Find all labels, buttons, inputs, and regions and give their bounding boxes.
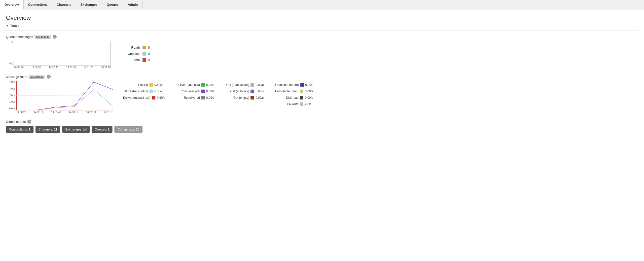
- consumers-value: 10: [136, 128, 139, 131]
- mr-x-2: 14:30:30: [34, 111, 44, 114]
- global-counts-text: Global counts: [6, 120, 26, 124]
- qm-x-2: 14:30:30: [31, 66, 41, 69]
- mr-x-4: 14:30:50: [69, 111, 78, 114]
- nav-bar: Overview Connections Channels Exchanges …: [0, 0, 644, 9]
- total-value: 0: [148, 58, 150, 62]
- unacked-value: 0: [148, 52, 150, 56]
- queued-messages-canvas: [14, 41, 111, 65]
- rates-help-icon[interactable]: ?: [47, 75, 51, 79]
- rl-get-empty: Get (empty) 0.00/s: [224, 96, 264, 99]
- get-auto-color: [250, 90, 254, 93]
- mr-y-4: 4.0 /s: [6, 81, 16, 83]
- deliver-auto-value: 0.00/s: [206, 83, 214, 87]
- rl-consumer-ack: Consumer ack 0.60/s: [175, 90, 214, 93]
- tab-connections[interactable]: Connections: [24, 0, 52, 9]
- rates-col-3: Get (manual ack) 0.00/s Get (auto ack) 0…: [224, 83, 264, 106]
- mr-x-5: 14:31:00: [86, 111, 96, 114]
- deliver-auto-color: [201, 83, 205, 87]
- global-counts-help-icon[interactable]: ?: [27, 120, 31, 124]
- legend-total-label: Total: [121, 58, 140, 62]
- redelivered-value: 0.00/s: [206, 96, 214, 99]
- unroutable-return-value: 0.00/s: [305, 83, 314, 87]
- mr-y-0: 0.0 /s: [6, 107, 16, 110]
- connections-label: Connections:: [9, 128, 29, 131]
- qm-x-labels: 14:30:20 14:30:30 14:30:40 14:30:50 14:3…: [14, 66, 111, 69]
- legend-unacked-label: Unacked: [121, 52, 140, 56]
- exchanges-value: 14: [83, 128, 87, 131]
- rl-get-empty-label: Get (empty): [224, 96, 249, 99]
- legend-ready: Ready 0: [121, 46, 150, 49]
- message-rates-text: Message rates: [6, 75, 27, 79]
- unacked-color-box: [142, 52, 146, 56]
- unroutable-return-color: [300, 83, 304, 87]
- qm-y-top: 1.0: [6, 41, 13, 43]
- qm-x-3: 14:30:40: [49, 66, 58, 69]
- rl-pub-confirm-label: Publisher confirm: [123, 90, 148, 93]
- rl-disk-read-label: Disk read: [274, 96, 298, 99]
- message-rates-chart-row: 4.0 /s 3.0 /s 2.0 /s 1.0 /s 0.0 /s 14:30…: [6, 81, 638, 114]
- connections-badge[interactable]: Connections: 1: [6, 126, 34, 133]
- tab-queues[interactable]: Queues: [102, 0, 124, 9]
- rl-disk-read: Disk read 0.00/s: [274, 96, 313, 99]
- disk-read-value: 0.00/s: [305, 96, 313, 99]
- qm-x-4: 14:30:50: [66, 66, 76, 69]
- tab-admin[interactable]: Admin: [123, 0, 142, 9]
- collapse-arrow[interactable]: ▼: [6, 24, 9, 27]
- tab-exchanges[interactable]: Exchanges: [76, 0, 102, 9]
- exchanges-badge[interactable]: Exchanges: 14: [62, 126, 90, 133]
- rl-consumer-ack-label: Consumer ack: [175, 90, 200, 93]
- message-rates-chart: 4.0 /s 3.0 /s 2.0 /s 1.0 /s 0.0 /s 14:30…: [6, 81, 113, 114]
- legend-total: Total 0: [121, 58, 150, 62]
- rl-unroutable-drop-label: Unroutable (drop): [274, 90, 298, 93]
- rates-legend: Publish 0.60/s Publisher confirm 0.00/s …: [123, 81, 313, 106]
- deliver-manual-color: [152, 96, 156, 99]
- consumers-badge[interactable]: Consumers: 10: [114, 126, 142, 133]
- page-title: Overview: [6, 14, 638, 21]
- rl-get-manual: Get (manual ack) 0.00/s: [224, 83, 264, 87]
- queued-messages-label: Queued messages last minute ?: [6, 35, 638, 39]
- mr-y-1: 1.0 /s: [6, 100, 16, 103]
- rl-publish: Publish 0.60/s: [123, 83, 165, 87]
- get-empty-value: 0.00/s: [256, 96, 264, 99]
- publish-value: 0.60/s: [154, 83, 162, 87]
- rl-unroutable-return: Unroutable (return) 0.00/s: [274, 83, 313, 87]
- queued-messages-chart-row: 1.0 0.0 14:30:20 14:30:30 14:30:40 14:30…: [6, 41, 638, 69]
- qm-x-1: 14:30:20: [14, 66, 24, 69]
- mr-x-labels: 14:30:20 14:30:30 14:30:40 14:30:50 14:3…: [16, 111, 113, 114]
- message-rates-canvas: [16, 81, 113, 110]
- channels-label: Channels:: [38, 128, 54, 131]
- rl-unroutable-return-label: Unroutable (return): [274, 83, 299, 87]
- rl-redelivered: Redelivered 0.00/s: [175, 96, 214, 99]
- rl-get-manual-label: Get (manual ack): [224, 83, 249, 87]
- global-counts-section: Global counts ? Connections: 1 Channels:…: [6, 120, 638, 133]
- totals-label: Totals: [10, 24, 19, 27]
- queued-timeframe-badge[interactable]: last minute: [34, 35, 51, 39]
- unroutable-drop-color: [300, 90, 304, 93]
- rl-get-auto: Get (auto ack) 0.00/s: [224, 90, 264, 93]
- queued-messages-text: Queued messages: [6, 35, 33, 39]
- rl-redelivered-label: Redelivered: [175, 96, 200, 99]
- redelivered-color: [201, 96, 205, 99]
- rates-col-1: Publish 0.60/s Publisher confirm 0.00/s …: [123, 83, 165, 106]
- rates-timeframe-badge[interactable]: last minute: [28, 75, 45, 79]
- connections-value: 1: [29, 128, 30, 131]
- rl-unroutable-drop: Unroutable (drop) 0.00/s: [274, 90, 313, 93]
- ready-color-box: [142, 46, 146, 49]
- disk-read-color: [300, 96, 304, 99]
- get-auto-value: 0.00/s: [256, 90, 264, 93]
- mr-y-2: 2.0 /s: [6, 94, 16, 97]
- channels-badge[interactable]: Channels: 11: [36, 126, 60, 133]
- mr-x-3: 14:30:40: [51, 111, 61, 114]
- rl-pub-confirm: Publisher confirm 0.00/s: [123, 90, 165, 93]
- global-counts-label: Global counts ?: [6, 120, 638, 124]
- mr-y-axis: 4.0 /s 3.0 /s 2.0 /s 1.0 /s 0.0 /s: [6, 81, 16, 110]
- rl-publish-label: Publish: [123, 83, 148, 87]
- get-manual-color: [250, 83, 254, 87]
- queues-badge[interactable]: Queues: 1: [92, 126, 112, 133]
- qm-x-6: 14:31:10: [101, 66, 111, 69]
- tab-overview[interactable]: Overview: [0, 0, 24, 9]
- tab-channels[interactable]: Channels: [52, 0, 76, 9]
- consumers-label: Consumers:: [118, 128, 136, 131]
- qm-y-bottom: 0.0: [6, 62, 13, 65]
- queued-help-icon[interactable]: ?: [53, 35, 56, 39]
